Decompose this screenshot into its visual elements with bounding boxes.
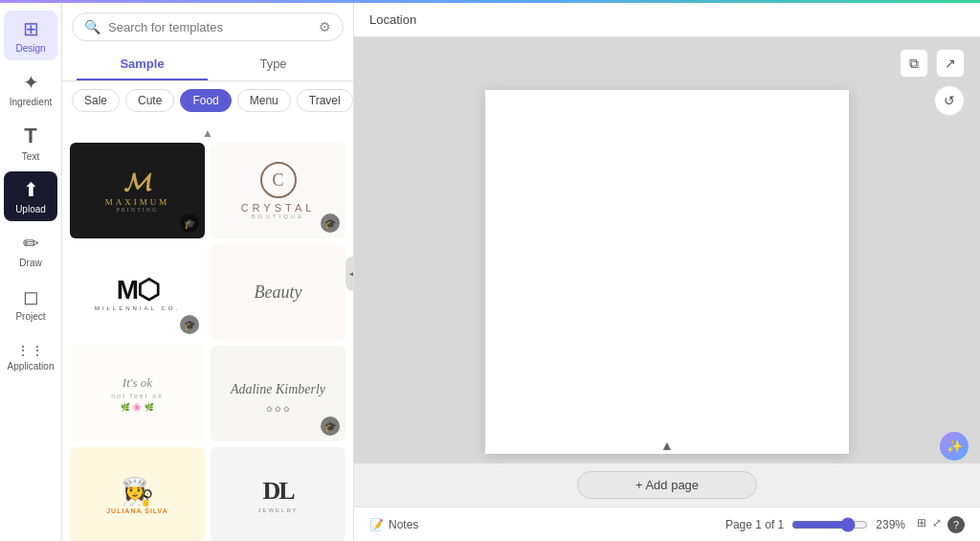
brush-content: Beauty (211, 244, 345, 340)
sidebar-item-upload[interactable]: ⬆ Upload (4, 171, 57, 221)
chef-name: JULIANA SILVA (106, 507, 168, 514)
tag-travel[interactable]: Travel (297, 89, 353, 112)
millennial-sub: MILLENNIAL CO. (95, 305, 180, 311)
template-card-brush[interactable]: Beauty (211, 244, 345, 340)
grid-view-icon[interactable]: ⊞ (917, 516, 926, 533)
search-bar-container: 🔍 ⚙ (72, 12, 344, 41)
template-card-floral[interactable]: It's ok not feel ok 🌿 🌸 🌿 (70, 346, 205, 441)
template-card-millennial[interactable]: M⬡ MILLENNIAL CO. 🎓 (70, 244, 205, 340)
canvas-scroll-up[interactable]: ▲ (660, 438, 674, 453)
panel-collapse-arrow[interactable]: ◀ (345, 257, 354, 291)
script-decoration: ✿ ✿ ✿ (266, 405, 290, 414)
canvas-area: ⧉ ↗ ↺ + Add page ▲ ✨ (354, 37, 980, 507)
floral-text-sub: not feel ok (111, 393, 163, 399)
zoom-slider[interactable] (791, 517, 868, 532)
floral-content: It's ok not feel ok 🌿 🌸 🌿 (70, 346, 205, 441)
dl-sub: JEWELRY (257, 507, 298, 513)
millennial-overlay: 🎓 (180, 315, 199, 334)
tag-sale[interactable]: Sale (72, 89, 120, 112)
add-page-button[interactable]: + Add page (577, 471, 757, 499)
dl-content: DL JEWELRY (211, 447, 345, 541)
canvas-top-bar: ⧉ ↗ (900, 49, 965, 78)
template-card-maximum[interactable]: 𝓜 MAXIMUM PRINTING 🎓 (70, 143, 205, 238)
sidebar-label-ingredient: Ingredient (10, 97, 52, 107)
sidebar-label-application: Application (8, 361, 55, 372)
location-label: Location (369, 12, 416, 27)
sidebar-label-text: Text (22, 151, 39, 162)
notes-icon: 📝 (369, 518, 384, 531)
search-input[interactable] (108, 20, 311, 34)
chef-inner: 👩‍🍳 JULIANA SILVA (106, 476, 168, 514)
upload-icon: ⬆ (23, 178, 39, 201)
sidebar-item-text[interactable]: T Text (4, 118, 57, 168)
panel-scroll-up[interactable]: ▲ (70, 124, 345, 143)
filter-icon[interactable]: ⚙ (319, 19, 331, 34)
maximum-title: MAXIMUM (105, 197, 170, 207)
main-area: Location ⧉ ↗ ↺ + Add page ▲ ✨ 📝 Notes Pa… (354, 3, 980, 541)
maximum-sub: PRINTING (117, 207, 159, 213)
zoom-level: 239% (876, 518, 905, 531)
export-button[interactable]: ↗ (936, 49, 965, 78)
template-grid-container: ▲ 𝓜 MAXIMUM PRINTING 🎓 C CRYSTAL BOUTIQU… (62, 120, 353, 541)
sidebar-item-draw[interactable]: ✏ Draw (4, 225, 57, 275)
tab-sample[interactable]: Sample (77, 49, 208, 80)
canvas-page (485, 90, 849, 454)
tabs-row: Sample Type (62, 49, 353, 81)
sidebar-item-design[interactable]: ⊞ Design (4, 11, 57, 60)
floral-text-main: It's ok (122, 375, 152, 391)
sidebar-label-design: Design (15, 43, 45, 54)
tab-type[interactable]: Type (208, 49, 339, 80)
sidebar-item-application[interactable]: ⋮⋮ Application (4, 332, 57, 382)
tag-food[interactable]: Food (180, 89, 231, 112)
script-overlay: 🎓 (321, 417, 340, 436)
template-card-crystal[interactable]: C CRYSTAL BOUTIQUE 🎓 (211, 143, 345, 238)
crystal-overlay: 🎓 (321, 214, 340, 233)
crystal-circle: C (260, 162, 297, 198)
maximum-overlay: 🎓 (180, 214, 199, 233)
sidebar: ⊞ Design ✦ Ingredient T Text ⬆ Upload ✏ … (0, 3, 62, 541)
page-info: Page 1 of 1 (725, 518, 784, 531)
ai-assistant-button[interactable]: ✨ (940, 432, 969, 461)
filter-tags: Sale Cute Food Menu Travel ▶ (62, 81, 353, 120)
fullscreen-icon[interactable]: ⤢ (932, 516, 942, 533)
sidebar-label-project: Project (15, 311, 45, 322)
template-grid: 𝓜 MAXIMUM PRINTING 🎓 C CRYSTAL BOUTIQUE … (70, 143, 345, 541)
template-card-script[interactable]: Adaline Kimberly ✿ ✿ ✿ 🎓 (211, 346, 345, 441)
notes-label: Notes (389, 518, 418, 531)
template-panel: 🔍 ⚙ Sample Type Sale Cute Food Menu Trav… (62, 3, 354, 541)
add-page-bar: + Add page (354, 463, 980, 507)
help-icon[interactable]: ? (947, 516, 965, 533)
chef-content: 👩‍🍳 JULIANA SILVA (70, 447, 205, 541)
sidebar-label-draw: Draw (19, 258, 41, 268)
draw-icon: ✏ (23, 232, 39, 255)
view-icons: ⊞ ⤢ ? (917, 516, 965, 533)
script-text: Adaline Kimberly (223, 374, 333, 405)
tag-menu[interactable]: Menu (237, 89, 291, 112)
status-bar: 📝 Notes Page 1 of 1 239% ⊞ ⤢ ? (354, 507, 980, 541)
template-card-dl[interactable]: DL JEWELRY (211, 447, 345, 541)
template-card-chef[interactable]: 👩‍🍳 JULIANA SILVA (70, 447, 205, 541)
ingredient-icon: ✦ (23, 71, 39, 94)
dl-logo: DL (257, 477, 298, 506)
brush-text: Beauty (255, 282, 302, 303)
sidebar-item-ingredient[interactable]: ✦ Ingredient (4, 64, 57, 114)
refresh-button[interactable]: ↺ (934, 85, 965, 116)
maximum-logo-symbol: 𝓜 (124, 169, 150, 197)
main-toolbar: Location (354, 3, 980, 37)
project-icon: ◻ (23, 285, 39, 308)
application-icon: ⋮⋮ (16, 343, 45, 358)
chef-icon: 👩‍🍳 (106, 476, 168, 507)
dl-inner: DL JEWELRY (257, 477, 298, 513)
sidebar-item-project[interactable]: ◻ Project (4, 279, 57, 328)
page-indicator: Page 1 of 1 239% (725, 517, 905, 532)
design-icon: ⊞ (23, 17, 39, 40)
sidebar-label-upload: Upload (15, 204, 46, 214)
millennial-logo: M⬡ (117, 274, 158, 305)
search-icon: 🔍 (84, 19, 100, 34)
floral-decorative: 🌿 🌸 🌿 (121, 403, 153, 412)
text-icon: T (24, 124, 36, 148)
duplicate-button[interactable]: ⧉ (900, 49, 928, 78)
tag-cute[interactable]: Cute (125, 89, 174, 112)
notes-button[interactable]: 📝 Notes (369, 518, 418, 531)
crystal-title: CRYSTAL (241, 202, 316, 214)
